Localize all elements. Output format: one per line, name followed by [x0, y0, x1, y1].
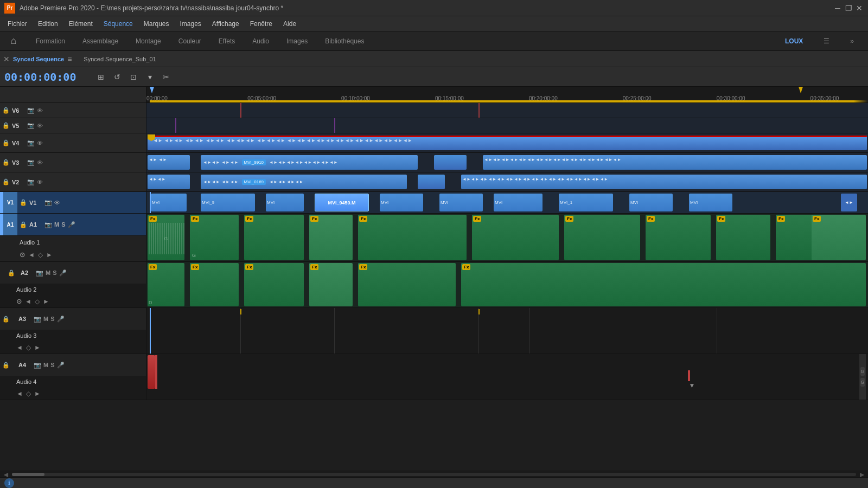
a1-audio-clip-9[interactable]: Fx [716, 215, 770, 260]
v4-lock-icon[interactable]: 🔒 [2, 139, 10, 146]
menu-fenetre[interactable]: Fenêtre [245, 18, 278, 30]
menu-fichier[interactable]: Fichier [2, 18, 33, 30]
menu-edition[interactable]: Edition [33, 18, 63, 30]
v2-clip-3[interactable] [418, 175, 445, 189]
a2-mic-icon[interactable]: 🎤 [59, 269, 67, 277]
v1-clip-mvi-6[interactable]: MVI_1 [559, 194, 613, 211]
v4-main-clip[interactable]: ◄► ◄►◄► ◄►◄► ◄►◄► ◄►◄►◄► ◄►◄►◄► ◄►◄►◄►◄►… [148, 136, 867, 150]
a2-audio-clip-5[interactable]: Fx [358, 263, 456, 306]
a2-audio-clip-2[interactable]: Fx [190, 263, 239, 306]
menu-aide[interactable]: Aide [278, 18, 302, 30]
sequence-tab-active[interactable]: Synced Sequence ≡ [13, 55, 72, 63]
v5-lock-icon[interactable]: 🔒 [2, 122, 10, 129]
timecode-display[interactable]: 00:00:00:00 [4, 70, 91, 84]
a1-camera-icon[interactable]: 📷 [44, 221, 52, 228]
a3-next-btn[interactable]: ► [34, 344, 41, 351]
a1-s-btn[interactable]: S [61, 221, 65, 228]
v3-clip-2[interactable]: ◄►◄► ◄►◄► MVI_9910 ◄►◄►◄►◄►◄►◄►◄►◄► [201, 155, 418, 170]
v1-lock-icon[interactable]: 🔒 [20, 199, 27, 206]
a1-m-btn[interactable]: M [54, 221, 59, 228]
v1-clip-mvi-9[interactable]: MVI_9 [201, 194, 255, 211]
a4-add-kf-btn[interactable]: ◇ [26, 390, 31, 397]
a1-next-btn[interactable]: ► [46, 251, 53, 259]
scroll-track[interactable] [12, 473, 856, 476]
tab-close-icon[interactable]: ✕ [3, 55, 10, 63]
a3-add-kf-btn[interactable]: ◇ [26, 344, 31, 351]
v2-lock-icon[interactable]: 🔒 [2, 178, 10, 185]
a4-lock-icon[interactable]: 🔒 [2, 362, 16, 369]
a1-audio-clip-8[interactable]: Fx [646, 215, 711, 260]
workspace-images[interactable]: Images [278, 34, 316, 48]
v3-lock-icon[interactable]: 🔒 [2, 159, 10, 166]
workspace-couleur[interactable]: Couleur [170, 34, 210, 48]
v1-clip-mvi-1[interactable]: MVI [151, 194, 187, 211]
v2-clip-4[interactable]: ◄►◄►◄►◄►◄►◄►◄►◄►◄►◄►◄►◄►◄►◄►◄►◄►◄► [461, 175, 867, 189]
a1-audio-clip-2[interactable]: Fx G [190, 215, 239, 260]
a2-camera-icon[interactable]: 📷 [36, 269, 43, 277]
add-marker-button[interactable]: ⊡ [127, 70, 140, 84]
a1-audio-clip-3[interactable]: Fx [244, 215, 304, 260]
a2-lock-icon[interactable]: 🔒 [8, 269, 18, 277]
v1-clip-mvi-3[interactable]: MVI [380, 194, 423, 211]
a1-mic-icon[interactable]: 🎤 [68, 221, 75, 228]
v4-eye-icon[interactable]: 👁 [37, 140, 43, 146]
home-icon[interactable]: ⌂ [5, 33, 22, 49]
a4-red-clip-2[interactable] [155, 355, 157, 389]
v3-eye-icon[interactable]: 👁 [37, 159, 43, 166]
linked-selection-button[interactable]: ↺ [111, 70, 124, 84]
v4-camera-icon[interactable]: 📷 [27, 139, 35, 146]
v6-camera-icon[interactable]: 📷 [27, 107, 35, 114]
v2-eye-icon[interactable]: 👁 [37, 179, 43, 185]
a2-audio-clip-6[interactable]: Fx [461, 263, 866, 306]
a1-audio-clip-1[interactable]: Fx G [148, 215, 184, 260]
a3-mic-icon[interactable]: 🎤 [57, 316, 65, 323]
workspace-loux[interactable]: LOUX [776, 34, 812, 48]
v1-clip-synced[interactable]: MVI_9450.M [315, 194, 369, 211]
a2-audio-clip-3[interactable]: Fx [244, 263, 304, 306]
workspace-overflow[interactable]: » [841, 34, 863, 48]
v1-clip-mvi-8[interactable]: MVI [689, 194, 732, 211]
a3-camera-icon[interactable]: 📷 [34, 316, 41, 323]
a2-next-btn[interactable]: ► [43, 298, 49, 305]
a2-audio-clip-4[interactable]: Fx [309, 263, 353, 306]
v5-eye-icon[interactable]: 👁 [37, 123, 43, 129]
v6-lock-icon[interactable]: 🔒 [2, 107, 10, 114]
v3-clip-1[interactable]: ◄► ◄► [148, 155, 190, 170]
horizontal-scrollbar[interactable]: ◄ ► [0, 471, 868, 477]
a1-audio-clip-7[interactable]: Fx [564, 215, 640, 260]
v1-clip-mvi-2[interactable]: MVI [266, 194, 304, 211]
a4-red-clip-1[interactable] [148, 355, 155, 389]
v1-clip-mvi-5[interactable]: MVI [494, 194, 542, 211]
workspace-montage[interactable]: Montage [127, 34, 170, 48]
a1-audio-clip-6[interactable]: Fx [472, 215, 559, 260]
menu-affichage[interactable]: Affichage [207, 18, 245, 30]
sequence-settings-button[interactable]: ▾ [143, 70, 156, 84]
a3-m-btn[interactable]: M [43, 316, 48, 322]
snap-button[interactable]: ⊞ [94, 70, 107, 84]
workspace-audio[interactable]: Audio [244, 34, 278, 48]
sequence-tab-sub[interactable]: Synced Sequence_Sub_01 [84, 56, 156, 62]
workspace-formation[interactable]: Formation [27, 34, 74, 48]
v1-clip-end[interactable]: ◄► [841, 194, 857, 211]
v1-clip-mvi-7[interactable]: MVI [629, 194, 673, 211]
a4-prev-btn[interactable]: ◄ [16, 390, 23, 397]
a1-add-kf-btn[interactable]: ◇ [38, 251, 43, 259]
v6-eye-icon[interactable]: 👁 [37, 107, 43, 114]
a1-audio-clip-11[interactable]: Fx [812, 215, 866, 260]
a2-audio-clip-1[interactable]: Fx D [148, 263, 184, 306]
v2-clip-2[interactable]: ◄►◄► ◄►◄► MVI_0169 ◄►◄►◄►◄► [201, 175, 407, 189]
menu-images[interactable]: Images [174, 18, 206, 30]
a1-lock-icon[interactable]: 🔒 [20, 221, 27, 228]
workspace-menu-icon[interactable]: ☰ [815, 34, 838, 48]
a3-lock-icon[interactable]: 🔒 [2, 316, 16, 323]
a2-add-kf-btn[interactable]: ◇ [35, 298, 40, 305]
close-button[interactable]: ✕ [855, 4, 864, 12]
a1-prev-btn[interactable]: ◄ [28, 251, 35, 259]
v5-camera-icon[interactable]: 📷 [27, 122, 35, 129]
scroll-thumb[interactable] [12, 473, 44, 476]
a2-prev-btn[interactable]: ◄ [25, 298, 31, 305]
a3-s-btn[interactable]: S [50, 316, 54, 322]
a4-next-btn[interactable]: ► [34, 390, 41, 397]
menu-sequence[interactable]: Séquence [98, 18, 138, 30]
menu-marques[interactable]: Marques [138, 18, 175, 30]
